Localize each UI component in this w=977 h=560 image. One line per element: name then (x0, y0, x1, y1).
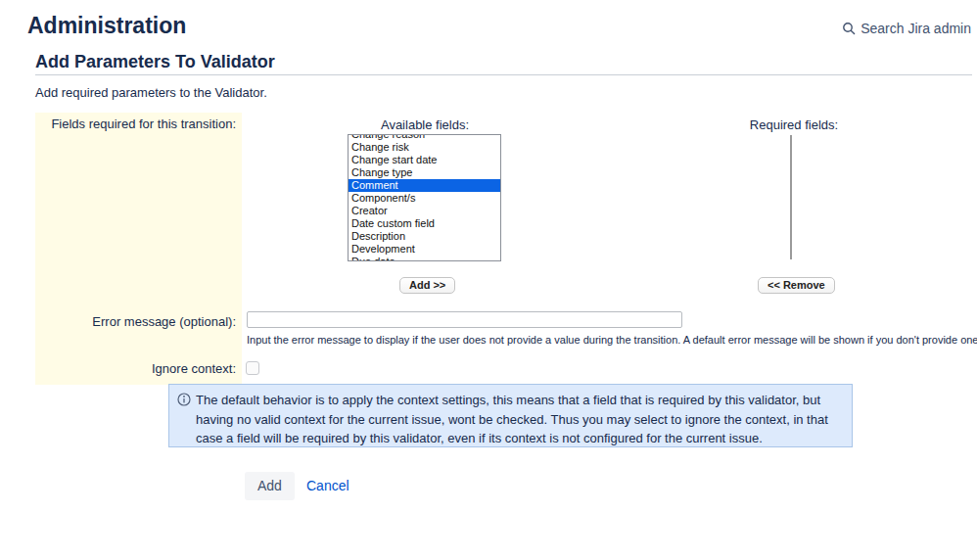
admin-page: Administration Search Jira admin Add Par… (0, 0, 977, 560)
listbox-option[interactable]: Date custom field (349, 217, 500, 230)
listbox-option[interactable]: Change risk (349, 141, 500, 154)
listbox-option[interactable]: Description (349, 230, 500, 243)
search-icon (842, 22, 856, 35)
required-fields-listbox[interactable] (790, 135, 792, 259)
remove-fields-button[interactable]: << Remove (758, 277, 835, 294)
error-message-input[interactable] (247, 311, 682, 328)
available-fields-label: Available fields: (348, 117, 502, 132)
section-divider (35, 74, 972, 75)
info-note-text: The default behavior is to apply the con… (196, 391, 842, 448)
listbox-option[interactable]: Change start date (349, 154, 500, 166)
listbox-option[interactable]: Comment (349, 179, 500, 192)
info-note: The default behavior is to apply the con… (168, 384, 853, 447)
section-title: Add Parameters To Validator (35, 52, 275, 72)
error-message-label: Error message (optional): (35, 314, 236, 329)
form-label-panel (35, 113, 242, 385)
section-description: Add required parameters to the Validator… (35, 85, 267, 100)
page-title: Administration (27, 13, 186, 39)
info-icon (177, 393, 191, 410)
cancel-link[interactable]: Cancel (306, 478, 349, 493)
listbox-option[interactable]: Development (349, 243, 500, 256)
transition-fields-label: Fields required for this transition: (35, 117, 236, 131)
ignore-context-checkbox[interactable] (246, 361, 259, 375)
listbox-option[interactable]: Change type (349, 166, 500, 179)
listbox-option[interactable]: Component/s (349, 192, 500, 205)
search-label: Search Jira admin (861, 21, 971, 36)
listbox-option[interactable]: Due date (349, 256, 500, 261)
available-fields-options: Change reasonChange riskChange start dat… (349, 134, 500, 261)
add-fields-button[interactable]: Add >> (399, 277, 455, 294)
error-message-help: Input the error message to display if th… (247, 334, 977, 346)
add-button[interactable]: Add (245, 472, 295, 500)
available-fields-listbox[interactable]: Change reasonChange riskChange start dat… (348, 134, 501, 261)
required-fields-label: Required fields: (720, 117, 868, 132)
listbox-option[interactable]: Creator (349, 205, 500, 217)
search-jira-admin[interactable]: Search Jira admin (842, 21, 971, 36)
listbox-option[interactable]: Change reason (349, 134, 500, 141)
ignore-context-label: Ignore context: (35, 361, 236, 376)
